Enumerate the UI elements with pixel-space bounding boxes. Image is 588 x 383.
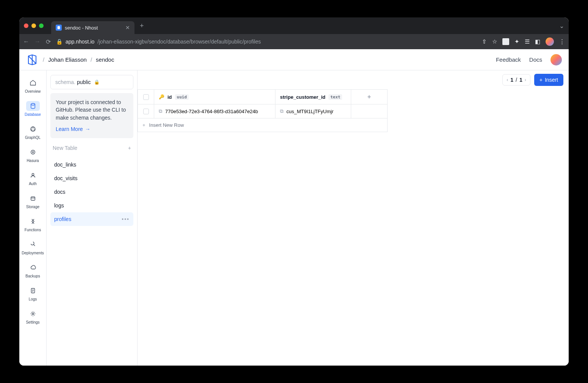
docs-link[interactable]: Docs bbox=[529, 56, 542, 63]
browser-tabbar: sendoc - Nhost ✕ + ⌄ bbox=[19, 17, 569, 34]
table-item-doc_visits[interactable]: doc_visits bbox=[50, 171, 133, 185]
nhost-logo-icon[interactable] bbox=[26, 54, 38, 66]
table-name: doc_visits bbox=[54, 175, 77, 181]
copy-icon[interactable]: ⧉ bbox=[159, 108, 162, 114]
database-icon bbox=[30, 103, 36, 109]
nav-label: Settings bbox=[26, 320, 39, 324]
svg-rect-4 bbox=[31, 197, 35, 200]
nav-label: Storage bbox=[26, 205, 39, 209]
close-tab-icon[interactable]: ✕ bbox=[125, 25, 130, 31]
kebab-menu-icon[interactable]: ⋮ bbox=[559, 38, 565, 45]
nav-item-functions[interactable]: Functions bbox=[19, 213, 46, 236]
nav-item-auth[interactable]: Auth bbox=[19, 167, 46, 190]
reading-list-icon[interactable]: ☰ bbox=[525, 38, 530, 45]
cell-value: cus_MT9I1LjTFyUmjr bbox=[286, 109, 333, 114]
nav-item-deployments[interactable]: Deployments bbox=[19, 236, 46, 259]
svg-point-1 bbox=[31, 127, 35, 131]
nav-item-settings[interactable]: Settings bbox=[19, 305, 46, 328]
page-current: 1 bbox=[510, 77, 513, 83]
table-item-doc_links[interactable]: doc_links bbox=[50, 158, 133, 171]
reload-icon[interactable]: ⟳ bbox=[46, 38, 51, 45]
nav-item-hasura[interactable]: Hasura bbox=[19, 143, 46, 167]
nav-item-backups[interactable]: Backups bbox=[19, 259, 46, 282]
table-name: logs bbox=[54, 202, 64, 209]
hasura-icon bbox=[30, 149, 36, 156]
nav-label: GraphQL bbox=[25, 135, 41, 140]
tab-favicon-icon bbox=[56, 25, 62, 31]
table-row[interactable]: ⧉ 770e53ed-72e3-4764-86f3-d31a6047e24b ⧉… bbox=[138, 104, 388, 118]
nav-item-database[interactable]: Database bbox=[19, 97, 46, 120]
table-name: profiles bbox=[54, 216, 71, 222]
primary-key-icon: 🔑 bbox=[159, 94, 164, 100]
svg-point-3 bbox=[32, 173, 34, 175]
new-table-button[interactable]: New Table + bbox=[50, 142, 133, 154]
nav-item-graphql[interactable]: GraphQL bbox=[19, 120, 46, 143]
table-item-docs[interactable]: docs bbox=[50, 185, 133, 199]
insert-row-button[interactable]: + Insert New Row bbox=[138, 118, 388, 132]
table-name: doc_links bbox=[54, 162, 76, 168]
nav-item-overview[interactable]: Overview bbox=[19, 74, 46, 97]
nav-label: Deployments bbox=[22, 251, 44, 255]
panel-icon[interactable]: ◧ bbox=[535, 38, 540, 45]
nav-item-logs[interactable]: Logs bbox=[19, 282, 46, 305]
url-path: /johan-eliasson-xigbv/sendoc/database/br… bbox=[97, 39, 261, 45]
plus-icon: + bbox=[142, 122, 145, 128]
column-type: uuid bbox=[175, 94, 189, 100]
nav-label: Auth bbox=[29, 182, 37, 186]
deployments-icon bbox=[30, 241, 36, 248]
column-name: stripe_customer_id bbox=[280, 94, 325, 100]
next-page-icon[interactable]: › bbox=[525, 77, 526, 83]
minimize-window-icon[interactable] bbox=[31, 23, 36, 28]
backups-icon bbox=[30, 264, 36, 271]
nav-label: Hasura bbox=[27, 159, 39, 163]
browser-tab[interactable]: sendoc - Nhost ✕ bbox=[51, 21, 134, 34]
auth-icon bbox=[30, 172, 36, 179]
bookmark-icon[interactable]: ☆ bbox=[492, 38, 497, 45]
column-name: id bbox=[167, 94, 172, 100]
extension-icon[interactable] bbox=[502, 38, 509, 45]
breadcrumb: / Johan Eliasson / sendoc bbox=[43, 56, 114, 63]
storage-icon bbox=[30, 195, 36, 202]
user-avatar-icon[interactable] bbox=[550, 54, 562, 65]
prev-page-icon[interactable]: ‹ bbox=[507, 77, 508, 83]
plus-icon: + bbox=[128, 145, 131, 151]
breadcrumb-owner[interactable]: Johan Eliasson bbox=[48, 56, 87, 63]
back-icon[interactable]: ← bbox=[23, 38, 29, 45]
browser-toolbar: ← → ⟳ 🔒 app.nhost.io/johan-eliasson-xigb… bbox=[19, 34, 569, 49]
table-item-logs[interactable]: logs bbox=[50, 199, 133, 212]
table-menu-icon[interactable]: ••• bbox=[122, 216, 130, 222]
functions-icon bbox=[30, 218, 36, 225]
breadcrumb-project[interactable]: sendoc bbox=[96, 56, 114, 63]
table-item-profiles[interactable]: profiles••• bbox=[50, 212, 133, 226]
tab-list-chevron-icon[interactable]: ⌄ bbox=[559, 22, 564, 30]
new-tab-button[interactable]: + bbox=[138, 22, 146, 30]
nav-label: Backups bbox=[25, 274, 40, 278]
tab-title: sendoc - Nhost bbox=[65, 25, 98, 31]
select-all-checkbox[interactable] bbox=[143, 94, 149, 100]
feedback-link[interactable]: Feedback bbox=[496, 56, 521, 63]
nav-item-storage[interactable]: Storage bbox=[19, 190, 46, 213]
extensions-puzzle-icon[interactable]: ✦ bbox=[514, 38, 519, 45]
row-checkbox[interactable] bbox=[143, 109, 149, 114]
nav-label: Logs bbox=[29, 297, 37, 301]
nav-label: Database bbox=[25, 112, 41, 117]
database-sidebar: schema.public 🔒 Your project is connecte… bbox=[47, 70, 138, 366]
column-type: text bbox=[328, 94, 342, 100]
plus-icon: + bbox=[540, 77, 543, 83]
forward-icon[interactable]: → bbox=[34, 38, 41, 45]
svg-point-0 bbox=[31, 103, 35, 105]
learn-more-link[interactable]: Learn More → bbox=[56, 125, 128, 133]
address-bar[interactable]: 🔒 app.nhost.io/johan-eliasson-xigbv/send… bbox=[56, 39, 477, 45]
profile-avatar-icon[interactable] bbox=[546, 37, 554, 46]
add-column-icon[interactable]: + bbox=[368, 93, 371, 100]
close-window-icon[interactable] bbox=[24, 23, 28, 28]
copy-icon[interactable]: ⧉ bbox=[280, 108, 283, 114]
insert-button[interactable]: + Insert bbox=[534, 74, 563, 86]
share-icon[interactable]: ⇧ bbox=[482, 38, 487, 45]
left-nav: OverviewDatabaseGraphQLHasuraAuthStorage… bbox=[19, 70, 47, 366]
schema-selector[interactable]: schema.public 🔒 bbox=[50, 75, 133, 89]
maximize-window-icon[interactable] bbox=[39, 23, 44, 28]
page-total: 1 bbox=[519, 77, 522, 83]
lock-icon: 🔒 bbox=[94, 79, 100, 85]
main-panel: ‹ 1 / 1 › + Insert bbox=[138, 70, 569, 366]
